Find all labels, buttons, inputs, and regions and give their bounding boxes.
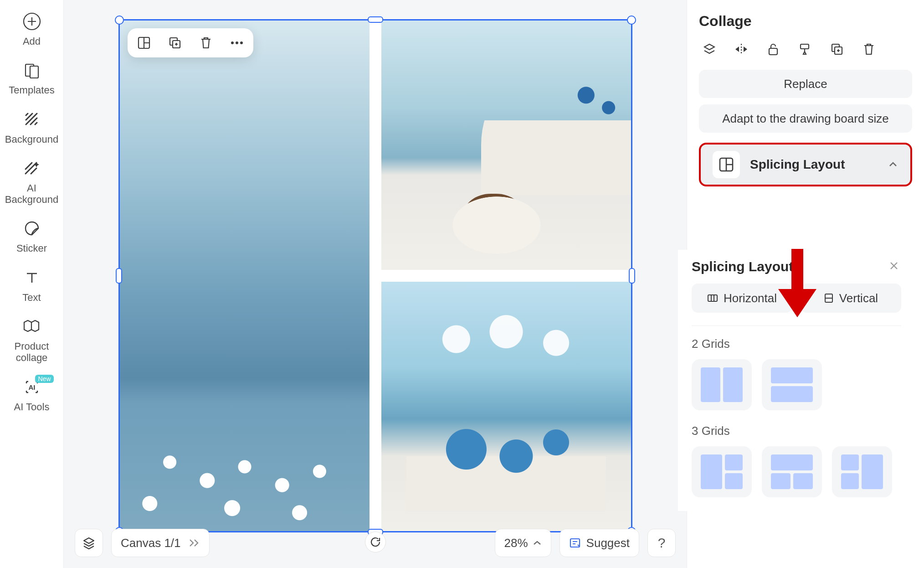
- sidebar-item-ai-background[interactable]: AI Background: [5, 155, 59, 208]
- orientation-segment: Horizontal Vertical: [692, 284, 901, 313]
- suggest-label: Suggest: [586, 536, 630, 550]
- adapt-button[interactable]: Adapt to the drawing board size: [699, 104, 912, 133]
- layout-tile-3a[interactable]: [692, 446, 752, 497]
- sidebar-item-label: Add: [23, 36, 41, 47]
- duplicate-icon[interactable]: [165, 33, 185, 53]
- vertical-icon: [824, 293, 834, 303]
- seg-vertical[interactable]: Vertical: [801, 284, 901, 313]
- seg-horizontal-label: Horizontal: [724, 291, 777, 305]
- sidebar-item-label: Background: [5, 134, 58, 145]
- sidebar-item-sticker[interactable]: Sticker: [5, 215, 59, 257]
- suggest-icon: [569, 537, 581, 549]
- collage-selection[interactable]: [118, 19, 632, 532]
- svg-point-7: [231, 41, 234, 44]
- layout-tile-3c[interactable]: [832, 446, 892, 497]
- more-icon[interactable]: [227, 33, 247, 53]
- collage-grid: [120, 21, 631, 531]
- replace-label: Replace: [784, 77, 827, 91]
- panel-title: Collage: [699, 13, 912, 30]
- canvas-pager[interactable]: Canvas 1/1: [111, 529, 210, 557]
- new-badge: New: [35, 375, 53, 383]
- seg-horizontal[interactable]: Horizontal: [692, 284, 792, 313]
- sidebar-item-label: AI Tools: [14, 401, 50, 413]
- bottom-bar: Canvas 1/1 28% Suggest ?: [75, 529, 676, 557]
- zoom-control[interactable]: 28%: [495, 529, 551, 557]
- resize-edge-top[interactable]: [368, 16, 383, 23]
- collage-cell-2[interactable]: [381, 21, 631, 270]
- layers-icon[interactable]: [702, 41, 717, 57]
- close-icon[interactable]: [888, 260, 901, 273]
- adapt-label: Adapt to the drawing board size: [722, 112, 889, 126]
- svg-point-9: [240, 41, 243, 44]
- trash-icon[interactable]: [861, 41, 877, 57]
- sidebar-item-ai-tools[interactable]: New AI AI Tools: [5, 374, 59, 415]
- resize-handle-tr[interactable]: [627, 15, 636, 25]
- canvas-area: Canvas 1/1 28% Suggest ?: [64, 0, 687, 568]
- layout-tile-3b[interactable]: [762, 446, 822, 497]
- chevron-up-icon: [533, 540, 542, 546]
- format-painter-icon[interactable]: [797, 41, 813, 57]
- group-3-label: 3 Grids: [692, 424, 901, 438]
- copy-icon[interactable]: [829, 41, 845, 57]
- canvas-label: Canvas 1/1: [121, 536, 181, 550]
- resize-edge-right[interactable]: [629, 268, 635, 284]
- svg-rect-16: [708, 295, 717, 301]
- text-icon: [22, 268, 41, 287]
- suggest-button[interactable]: Suggest: [560, 529, 639, 557]
- splicing-layout-toggle[interactable]: Splicing Layout: [699, 143, 912, 186]
- selection-toolbar: [128, 28, 253, 57]
- sidebar-item-label: Templates: [9, 84, 54, 96]
- splicing-panel-title: Splicing Layout: [692, 259, 888, 274]
- refresh-button[interactable]: [365, 532, 386, 553]
- horizontal-icon: [707, 294, 718, 303]
- zoom-value: 28%: [504, 536, 528, 550]
- layers-button[interactable]: [75, 529, 103, 557]
- layout-tile-2v[interactable]: [692, 359, 752, 410]
- ai-background-icon: [22, 159, 41, 178]
- sidebar-item-label: Sticker: [16, 243, 47, 254]
- background-icon: [22, 110, 41, 129]
- sticker-icon: [22, 219, 41, 238]
- sidebar-item-product-collage[interactable]: Product collage: [5, 313, 59, 367]
- sidebar-item-label: Product collage: [5, 341, 59, 364]
- resize-edge-left[interactable]: [116, 268, 122, 284]
- collage-cell-3[interactable]: [381, 282, 631, 531]
- svg-point-8: [236, 41, 238, 44]
- splicing-layout-panel: Splicing Layout Horizontal Vertical 2 Gr…: [678, 250, 915, 511]
- left-sidebar: Add Templates Background AI Background: [0, 0, 64, 568]
- sidebar-item-label: Text: [22, 292, 41, 303]
- help-button[interactable]: ?: [647, 529, 676, 557]
- sidebar-item-background[interactable]: Background: [5, 106, 59, 148]
- collage-cell-1[interactable]: [120, 21, 370, 531]
- plus-circle-icon: [22, 12, 41, 31]
- chevrons-right-icon: [188, 538, 200, 547]
- sidebar-item-label: AI Background: [5, 182, 59, 206]
- replace-button[interactable]: Replace: [699, 70, 912, 98]
- sidebar-item-templates[interactable]: Templates: [5, 57, 59, 98]
- layout-icon[interactable]: [134, 33, 154, 53]
- templates-icon: [22, 61, 41, 80]
- splicing-label: Splicing Layout: [750, 157, 878, 172]
- svg-text:AI: AI: [28, 383, 35, 391]
- sidebar-item-add[interactable]: Add: [5, 8, 59, 50]
- unlock-icon[interactable]: [765, 41, 781, 57]
- layout-icon: [713, 151, 740, 178]
- product-collage-icon: [22, 317, 41, 336]
- resize-handle-tl[interactable]: [115, 15, 124, 25]
- sidebar-item-text[interactable]: Text: [5, 264, 59, 306]
- svg-rect-11: [769, 48, 777, 55]
- layout-tile-2h[interactable]: [762, 359, 822, 410]
- flip-icon[interactable]: [734, 41, 749, 57]
- panel-actions: [699, 41, 912, 57]
- delete-icon[interactable]: [196, 33, 216, 53]
- svg-rect-12: [801, 44, 809, 49]
- svg-rect-2: [30, 66, 38, 78]
- group-2-label: 2 Grids: [692, 337, 901, 351]
- chevron-up-icon: [888, 159, 898, 170]
- seg-vertical-label: Vertical: [839, 291, 878, 305]
- help-label: ?: [658, 535, 666, 551]
